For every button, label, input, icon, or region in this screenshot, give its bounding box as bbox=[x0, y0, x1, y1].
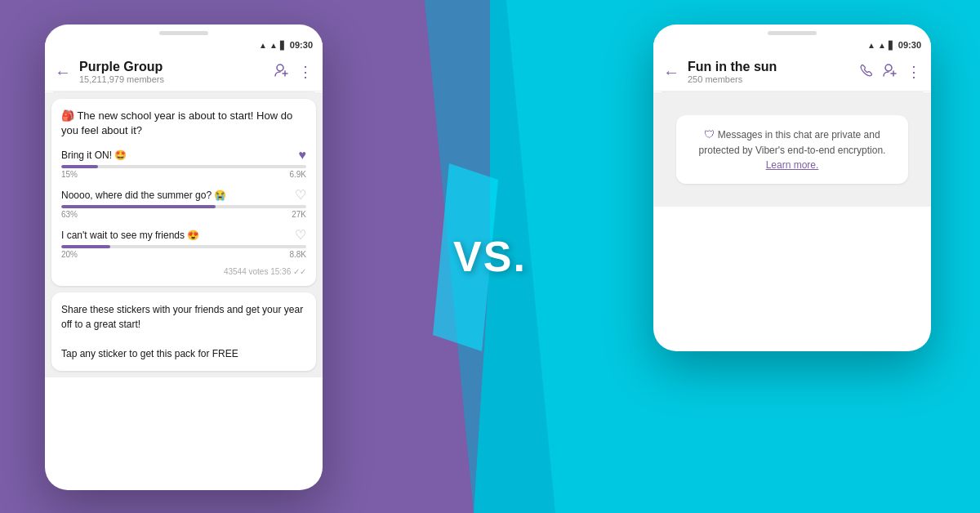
poll-option-1-count: 6.9K bbox=[289, 170, 306, 179]
back-button-right[interactable]: ← bbox=[663, 64, 679, 80]
poll-option-3-stats: 20% 8.8K bbox=[61, 250, 306, 259]
status-bar-left: ▲ ▲ ▋ 09:30 bbox=[45, 35, 323, 53]
status-icons-right: ▲ ▲ ▋ bbox=[867, 41, 895, 50]
left-phone: ▲ ▲ ▋ 09:30 ← Purple Group 15,211,979 me… bbox=[45, 25, 323, 490]
status-time-right: 09:30 bbox=[898, 40, 921, 50]
more-options-icon-right[interactable]: ⋮ bbox=[906, 63, 921, 81]
poll-option-2-percent: 63% bbox=[61, 210, 78, 219]
poll-question: 🎒 The new school year is about to start!… bbox=[61, 109, 306, 138]
privacy-learn-more-link[interactable]: Learn more. bbox=[766, 159, 819, 171]
poll-option-1-stats: 15% 6.9K bbox=[61, 170, 306, 179]
chat-area-right: 🛡 Messages in this chat are private and … bbox=[653, 92, 931, 207]
sticker-message-text: Share these stickers with your friends a… bbox=[61, 302, 306, 361]
status-icons-left: ▲ ▲ ▋ bbox=[259, 41, 287, 50]
battery-icon-right: ▋ bbox=[889, 41, 895, 50]
svg-point-6 bbox=[885, 65, 892, 71]
left-app-header: ← Purple Group 15,211,979 members ⋮ bbox=[45, 53, 323, 91]
more-options-icon-left[interactable]: ⋮ bbox=[298, 63, 313, 81]
signal-icon: ▲ bbox=[270, 41, 278, 50]
poll-option-3-progress-fill bbox=[61, 245, 110, 248]
privacy-message-bubble: 🛡 Messages in this chat are private and … bbox=[676, 115, 908, 184]
battery-icon: ▋ bbox=[280, 41, 287, 50]
header-info-left: Purple Group 15,211,979 members bbox=[79, 60, 265, 84]
right-phone: ▲ ▲ ▋ 09:30 ← Fun in the sun 250 members bbox=[653, 25, 931, 351]
svg-point-3 bbox=[277, 65, 283, 71]
poll-option-3-count: 8.8K bbox=[289, 250, 306, 259]
group-name-right: Fun in the sun bbox=[688, 60, 851, 74]
poll-option-1-percent: 15% bbox=[61, 170, 78, 179]
wifi-icon-right: ▲ bbox=[867, 41, 875, 50]
poll-option-3-progress-bg bbox=[61, 245, 306, 248]
call-icon-right[interactable] bbox=[859, 63, 874, 82]
group-members-right: 250 members bbox=[688, 74, 851, 84]
poll-option-3-heart: ♡ bbox=[295, 227, 306, 243]
group-name-left: Purple Group bbox=[79, 60, 265, 74]
header-info-right: Fun in the sun 250 members bbox=[688, 60, 851, 84]
poll-option-1-progress-bg bbox=[61, 165, 306, 168]
add-member-icon-left[interactable] bbox=[274, 62, 290, 83]
poll-option-3-percent: 20% bbox=[61, 250, 78, 259]
poll-option-2-stats: 63% 27K bbox=[61, 210, 306, 219]
status-time-left: 09:30 bbox=[290, 40, 313, 50]
sticker-message-bubble: Share these stickers with your friends a… bbox=[51, 292, 316, 371]
poll-option-2[interactable]: Noooo, where did the summer go? 😭 ♡ 63% … bbox=[61, 187, 306, 219]
header-actions-right: ⋮ bbox=[859, 62, 921, 83]
privacy-message-text: Messages in this chat are private and pr… bbox=[699, 129, 886, 156]
poll-option-3-text: I can't wait to see my friends 😍 bbox=[61, 230, 295, 241]
chat-area-left[interactable]: ♡ 3.1K 🎒 The new school year is about to… bbox=[45, 92, 323, 377]
poll-option-2-text: Noooo, where did the summer go? 😭 bbox=[61, 190, 295, 201]
poll-emoji: 🎒 bbox=[61, 109, 74, 122]
group-members-left: 15,211,979 members bbox=[79, 74, 265, 84]
poll-option-2-progress-bg bbox=[61, 205, 306, 208]
vs-label: VS. bbox=[453, 232, 527, 281]
signal-icon-right: ▲ bbox=[878, 41, 886, 50]
poll-option-2-count: 27K bbox=[292, 210, 306, 219]
poll-meta: 43544 votes 15:36 ✓✓ bbox=[61, 267, 306, 276]
add-member-icon-right[interactable] bbox=[882, 62, 898, 83]
poll-option-1-progress-fill bbox=[61, 165, 98, 168]
poll-message-bubble: ♡ 3.1K 🎒 The new school year is about to… bbox=[51, 99, 316, 286]
wifi-icon: ▲ bbox=[259, 41, 267, 50]
header-actions-left: ⋮ bbox=[274, 62, 313, 83]
poll-option-3[interactable]: I can't wait to see my friends 😍 ♡ 20% 8… bbox=[61, 227, 306, 259]
right-app-header: ← Fun in the sun 250 members ⋮ bbox=[653, 53, 931, 91]
poll-option-1-heart: ♥ bbox=[299, 148, 307, 163]
status-bar-right: ▲ ▲ ▋ 09:30 bbox=[653, 35, 931, 53]
back-button-left[interactable]: ← bbox=[55, 64, 71, 80]
poll-option-1[interactable]: Bring it ON! 🤩 ♥ 15% 6.9K bbox=[61, 148, 306, 179]
shield-icon: 🛡 bbox=[704, 128, 715, 141]
poll-option-2-progress-fill bbox=[61, 205, 216, 208]
poll-option-2-heart: ♡ bbox=[295, 187, 306, 203]
poll-option-1-text: Bring it ON! 🤩 bbox=[61, 149, 299, 161]
